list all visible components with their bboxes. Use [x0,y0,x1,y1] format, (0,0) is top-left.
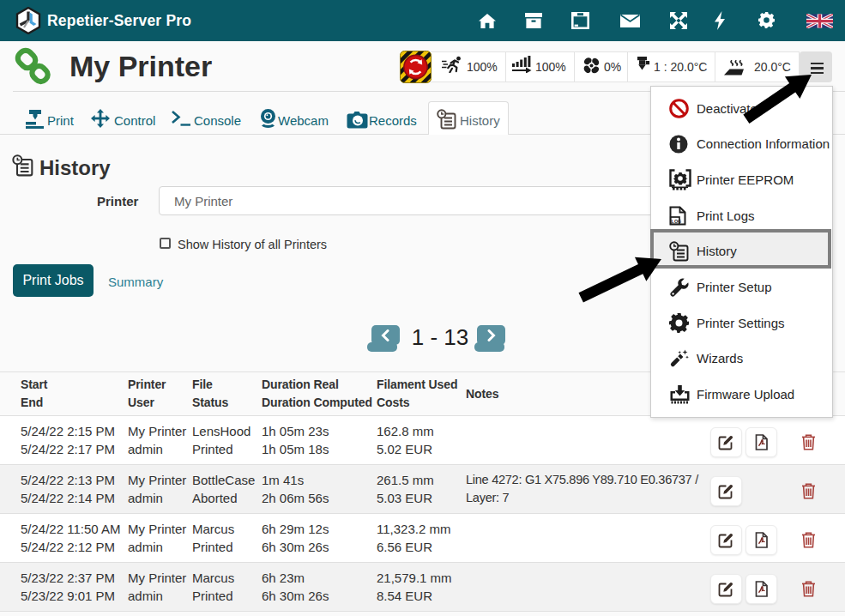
svg-text:LOG: LOG [672,218,682,223]
